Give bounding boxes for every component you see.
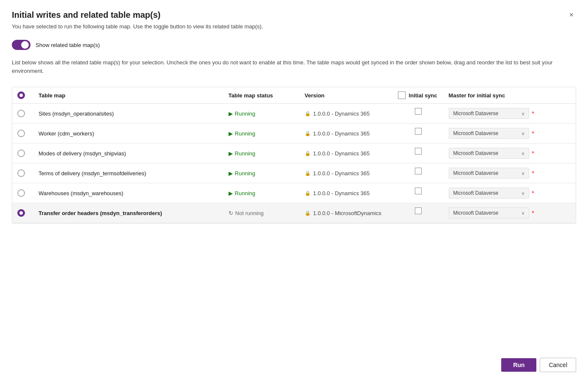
row-tablemap-name: Warehouses (msdyn_warehouses) xyxy=(33,183,224,203)
table-row: Modes of delivery (msdyn_shipvias)▶Runni… xyxy=(12,144,576,163)
lock-icon: 🔒 xyxy=(305,111,311,116)
run-button[interactable]: Run xyxy=(501,358,536,372)
col-header-tablemap: Table map xyxy=(33,87,224,104)
play-icon: ▶ xyxy=(229,170,233,177)
row-master: Microsoft Dataverse∨* xyxy=(444,124,576,144)
cancel-button[interactable]: Cancel xyxy=(540,358,576,372)
dialog-header: Initial writes and related table map(s) … xyxy=(12,10,576,20)
row-master: Microsoft Dataverse∨* xyxy=(444,104,576,124)
row-version: 🔒1.0.0.0 - Dynamics 365 xyxy=(300,163,393,183)
header-radio[interactable] xyxy=(17,91,25,99)
row-radio[interactable] xyxy=(17,209,25,217)
row-tablemap-name: Transfer order headers (msdyn_transferor… xyxy=(33,203,224,223)
chevron-down-icon: ∨ xyxy=(522,171,525,176)
description-text: List below shows all the related table m… xyxy=(12,58,576,75)
toggle-row: Show related table map(s) xyxy=(12,40,576,50)
chevron-down-icon: ∨ xyxy=(522,131,525,136)
row-master: Microsoft Dataverse∨* xyxy=(444,203,576,223)
row-tablemap-name: Modes of delivery (msdyn_shipvias) xyxy=(33,144,224,163)
initial-sync-checkbox[interactable] xyxy=(415,148,422,155)
row-select-cell xyxy=(12,183,33,203)
col-header-select xyxy=(12,87,33,104)
master-dropdown[interactable]: Microsoft Dataverse∨ xyxy=(449,168,529,179)
table-header-row: Table map Table map status Version Initi… xyxy=(12,87,576,104)
row-status: ▶Running xyxy=(224,183,300,203)
dialog-subtitle: You have selected to run the following t… xyxy=(12,23,576,30)
sync-icon: ↻ xyxy=(229,210,233,216)
master-dropdown[interactable]: Microsoft Dataverse∨ xyxy=(449,148,529,159)
chevron-down-icon: ∨ xyxy=(522,151,525,156)
play-icon: ▶ xyxy=(229,111,233,117)
table-row: Transfer order headers (msdyn_transferor… xyxy=(12,203,576,223)
close-button[interactable]: × xyxy=(566,10,576,19)
required-asterisk: * xyxy=(532,110,534,117)
row-radio[interactable] xyxy=(17,110,25,117)
col-header-initialsync: Initial sync xyxy=(393,87,444,104)
row-status: ▶Running xyxy=(224,144,300,163)
required-asterisk: * xyxy=(532,170,534,177)
table: Table map Table map status Version Initi… xyxy=(12,87,576,223)
row-initial-sync xyxy=(393,104,444,119)
footer: Run Cancel xyxy=(12,344,576,372)
lock-icon: 🔒 xyxy=(305,151,311,156)
row-version: 🔒1.0.0.0 - Dynamics 365 xyxy=(300,104,393,124)
row-radio[interactable] xyxy=(17,169,25,177)
row-master: Microsoft Dataverse∨* xyxy=(444,163,576,183)
toggle-label: Show related table map(s) xyxy=(36,42,100,48)
lock-icon: 🔒 xyxy=(305,210,311,216)
row-initial-sync xyxy=(393,183,444,199)
col-header-version: Version xyxy=(300,87,393,104)
play-icon: ▶ xyxy=(229,150,233,157)
play-icon: ▶ xyxy=(229,190,233,196)
required-asterisk: * xyxy=(532,210,534,216)
table-container: Table map Table map status Version Initi… xyxy=(12,87,576,224)
lock-icon: 🔒 xyxy=(305,131,311,136)
row-select-cell xyxy=(12,124,33,144)
row-tablemap-name: Worker (cdm_workers) xyxy=(33,124,224,144)
row-initial-sync xyxy=(393,124,444,139)
row-radio[interactable] xyxy=(17,130,25,137)
row-select-cell xyxy=(12,163,33,183)
initial-sync-checkbox[interactable] xyxy=(415,108,422,115)
row-select-cell xyxy=(12,144,33,163)
row-status: ▶Running xyxy=(224,163,300,183)
master-dropdown[interactable]: Microsoft Dataverse∨ xyxy=(449,207,529,218)
row-initial-sync xyxy=(393,144,444,159)
table-row: Terms of delivery (msdyn_termsofdeliveri… xyxy=(12,163,576,183)
table-row: Worker (cdm_workers)▶Running🔒1.0.0.0 - D… xyxy=(12,124,576,144)
initial-sync-checkbox[interactable] xyxy=(415,168,422,174)
dialog: Initial writes and related table map(s) … xyxy=(0,0,588,384)
row-radio[interactable] xyxy=(17,149,25,157)
master-dropdown[interactable]: Microsoft Dataverse∨ xyxy=(449,188,529,199)
header-checkbox[interactable] xyxy=(398,91,406,99)
row-status: ▶Running xyxy=(224,104,300,124)
row-initial-sync xyxy=(393,163,444,179)
lock-icon: 🔒 xyxy=(305,171,311,176)
master-dropdown[interactable]: Microsoft Dataverse∨ xyxy=(449,128,529,139)
chevron-down-icon: ∨ xyxy=(522,211,525,215)
initial-sync-checkbox[interactable] xyxy=(415,207,422,214)
table-row: Warehouses (msdyn_warehouses)▶Running🔒1.… xyxy=(12,183,576,203)
initial-sync-checkbox[interactable] xyxy=(415,188,422,194)
row-initial-sync xyxy=(393,203,444,218)
dialog-title: Initial writes and related table map(s) xyxy=(12,10,160,20)
row-select-cell xyxy=(12,104,33,124)
show-related-toggle[interactable] xyxy=(12,40,30,50)
chevron-down-icon: ∨ xyxy=(522,111,525,116)
row-tablemap-name: Sites (msdyn_operationalsites) xyxy=(33,104,224,124)
row-master: Microsoft Dataverse∨* xyxy=(444,183,576,203)
initial-sync-checkbox[interactable] xyxy=(415,128,422,135)
row-version: 🔒1.0.0.0 - MicrosoftDynamics xyxy=(300,203,393,223)
row-status: ▶Running xyxy=(224,124,300,144)
row-status: ↻Not running xyxy=(224,203,300,223)
row-radio[interactable] xyxy=(17,189,25,197)
row-version: 🔒1.0.0.0 - Dynamics 365 xyxy=(300,183,393,203)
required-asterisk: * xyxy=(532,130,534,137)
row-select-cell xyxy=(12,203,33,223)
table-row: Sites (msdyn_operationalsites)▶Running🔒1… xyxy=(12,104,576,124)
master-dropdown[interactable]: Microsoft Dataverse∨ xyxy=(449,108,529,119)
row-master: Microsoft Dataverse∨* xyxy=(444,144,576,163)
chevron-down-icon: ∨ xyxy=(522,191,525,196)
required-asterisk: * xyxy=(532,150,534,157)
table-body: Sites (msdyn_operationalsites)▶Running🔒1… xyxy=(12,104,576,223)
